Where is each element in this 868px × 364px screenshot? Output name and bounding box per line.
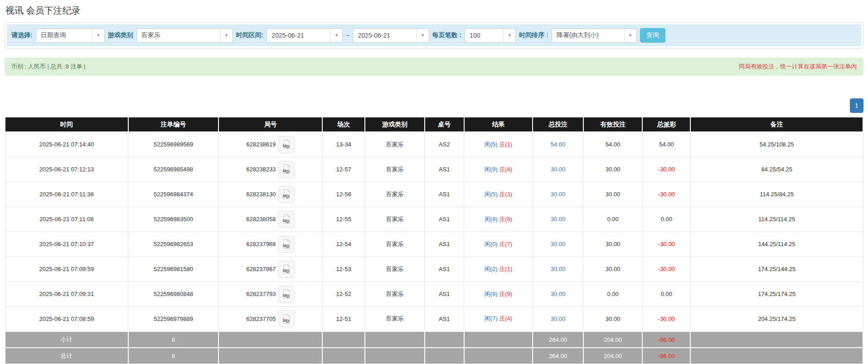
cell-total-bet: 30.00 [533, 232, 583, 257]
cell-remark: 114.25/84.25 [690, 182, 863, 207]
time-sort-select[interactable]: 降幂(由大到小) ▼ [552, 29, 637, 43]
video-replay-button[interactable] [278, 186, 295, 203]
cell-table-no: AS1 [425, 281, 464, 306]
total-bet-link[interactable]: 30.00 [551, 291, 566, 297]
cell-time: 2025-06-21 07:14:40 [5, 132, 128, 157]
cell-game-category: 百家乐 [365, 182, 425, 207]
cell-time: 2025-06-21 07:11:08 [5, 207, 128, 232]
table-header-row: 时间注单编号局号场次游戏类别桌号结果总投注有效投注总派彩备注 [5, 117, 863, 132]
date-to-select[interactable]: 2025-06-21 ▼ [353, 29, 429, 43]
cell-total-bet: 30.00 [533, 207, 583, 232]
cell-valid-bet: 30.00 [583, 232, 643, 257]
cell-table-no: AS1 [425, 257, 464, 281]
time-range-label: 时间区间: [236, 31, 264, 39]
cell-result: 闲(5) 庄(3) [464, 182, 533, 207]
subtotal-row-total-bet: 264.00 [533, 331, 583, 348]
total-bet-link[interactable]: 30.00 [551, 191, 566, 198]
cell-total-bet: 30.00 [533, 157, 583, 182]
cell-session: 12-54 [322, 232, 365, 257]
video-replay-button[interactable] [278, 286, 295, 303]
cell-round-id: 628238130 [218, 182, 322, 207]
column-header-6: 结果 [464, 117, 533, 132]
page-size-value: 100 [465, 29, 503, 42]
subtotal-row-empty-result [464, 331, 533, 348]
page-1-button[interactable]: 1 [850, 98, 863, 113]
cell-round-id: 628237793 [218, 281, 322, 306]
cell-time: 2025-06-21 07:08:59 [5, 306, 128, 331]
result-banker: 庄(7) [499, 241, 512, 248]
round-id-text: 628237793 [246, 291, 276, 297]
video-replay-button[interactable] [278, 211, 295, 228]
cell-session: 12-55 [322, 207, 365, 232]
round-id-group: 628238233 [246, 161, 295, 178]
total-row-total-bet: 264.00 [533, 348, 583, 364]
cell-remark: 84.25/54.25 [690, 157, 863, 182]
result-player: 闲(7) [485, 315, 498, 322]
cell-remark: 114.25/114.25 [690, 207, 863, 232]
cell-payout: 54.00 [642, 132, 690, 157]
cell-payout: 0.00 [642, 207, 690, 232]
round-id-text: 628238058 [246, 216, 276, 223]
cell-session: 12-52 [322, 281, 365, 306]
column-header-3: 场次 [322, 117, 365, 132]
total-row-empty-round [218, 348, 322, 364]
cell-round-id: 628237968 [218, 232, 322, 257]
query-button[interactable]: 查询 [640, 28, 665, 43]
cell-table-no: AS1 [425, 207, 464, 232]
result-player: 闲(5) [485, 191, 498, 198]
page-title: 视讯 会员下注纪录 [5, 5, 863, 17]
table-row: 2025-06-21 07:14:40522596989569628238619… [5, 132, 863, 157]
chevron-down-icon: ▼ [624, 29, 636, 42]
date-from-select[interactable]: 2025-06-21 ▼ [267, 29, 343, 43]
result-banker: 庄(3) [499, 191, 512, 198]
total-bet-link[interactable]: 30.00 [551, 241, 566, 248]
cell-remark: 54.25/108.25 [690, 132, 863, 157]
total-bet-link[interactable]: 30.00 [551, 315, 566, 322]
subtotal-row-empty-round [218, 331, 322, 348]
column-header-10: 备注 [690, 117, 863, 132]
result-banker: 庄(1) [499, 266, 512, 272]
subtotal-row-empty-game [365, 331, 425, 348]
cell-game-category: 百家乐 [365, 257, 425, 281]
cell-bet-id: 522596989569 [128, 132, 219, 157]
cell-valid-bet: 30.00 [583, 182, 643, 207]
chevron-down-icon: ▼ [220, 29, 233, 42]
result-banker: 庄(4) [499, 315, 512, 322]
video-replay-button[interactable] [278, 136, 295, 153]
cell-valid-bet: 30.00 [583, 257, 643, 281]
cell-result: 闲(2) 庄(1) [464, 257, 533, 281]
round-id-group: 628237968 [246, 236, 295, 253]
video-replay-button[interactable] [278, 310, 295, 327]
game-category-select[interactable]: 百家乐 ▼ [136, 29, 233, 43]
total-bet-link[interactable]: 54.00 [551, 141, 566, 148]
date-range-separator: ~ [346, 32, 349, 39]
cell-payout: -30.00 [642, 157, 690, 182]
total-bet-link[interactable]: 30.00 [551, 266, 566, 272]
cell-session: 12-51 [322, 306, 365, 331]
cell-round-id: 628238233 [218, 157, 322, 182]
subtotal-row-valid-bet: 204.00 [583, 331, 643, 348]
total-bet-link[interactable]: 30.00 [551, 216, 566, 223]
video-replay-button[interactable] [278, 161, 295, 178]
round-id-group: 628238619 [246, 136, 295, 153]
result-player: 闲(9) [485, 166, 498, 173]
cell-time: 2025-06-21 07:09:59 [5, 257, 128, 281]
page-size-select[interactable]: 100 ▼ [465, 29, 516, 43]
query-type-select[interactable]: 日期查询 ▼ [36, 29, 105, 43]
query-type-value: 日期查询 [36, 29, 92, 42]
column-header-7: 总投注 [533, 117, 583, 132]
cell-round-id: 628237705 [218, 306, 322, 331]
cell-total-bet: 30.00 [533, 281, 583, 306]
cell-round-id: 628237867 [218, 257, 322, 281]
cell-remark: 174.25/174.25 [690, 281, 863, 306]
round-id-text: 628237867 [246, 266, 276, 272]
chevron-down-icon: ▼ [92, 29, 104, 42]
column-header-5: 桌号 [425, 117, 464, 132]
round-id-group: 628238058 [246, 211, 295, 228]
video-replay-button[interactable] [278, 261, 295, 278]
video-replay-button[interactable] [278, 236, 295, 253]
cell-table-no: AS1 [425, 182, 464, 207]
total-bet-link[interactable]: 30.00 [551, 166, 566, 173]
cell-bet-id: 522596985498 [128, 157, 219, 182]
video-replay-icon [282, 314, 291, 324]
